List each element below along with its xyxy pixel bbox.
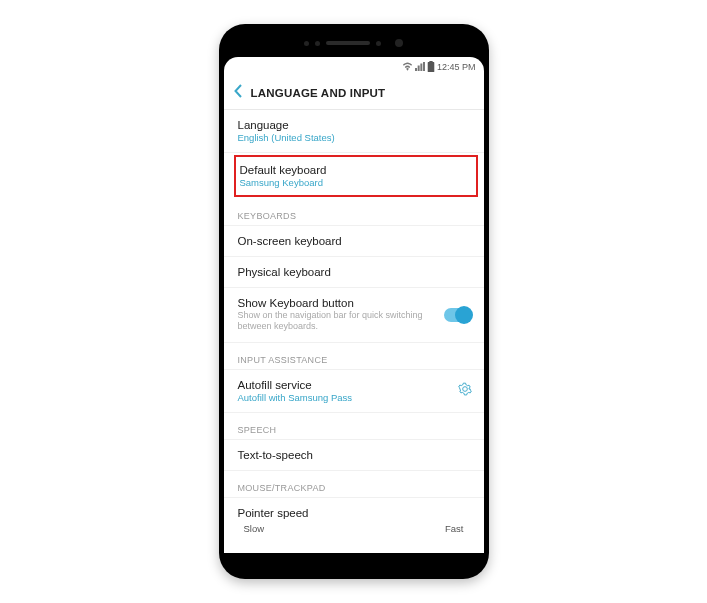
page-title: LANGUAGE AND INPUT	[251, 87, 386, 99]
row-show-keyboard-button[interactable]: Show Keyboard button Show on the navigat…	[224, 288, 484, 343]
row-autofill-service[interactable]: Autofill service Autofill with Samsung P…	[224, 370, 484, 413]
row-pointer-speed[interactable]: Pointer speed	[224, 498, 484, 521]
section-keyboards: KEYBOARDS	[224, 199, 484, 226]
signal-icon	[415, 62, 425, 71]
row-language[interactable]: Language English (United States)	[224, 110, 484, 153]
phone-frame: 12:45 PM LANGUAGE AND INPUT Language Eng…	[219, 24, 489, 579]
row-description: Show on the navigation bar for quick swi…	[238, 310, 436, 333]
header: LANGUAGE AND INPUT	[224, 76, 484, 110]
screen: 12:45 PM LANGUAGE AND INPUT Language Eng…	[224, 57, 484, 553]
pointer-speed-scale: Slow Fast	[224, 521, 484, 534]
section-speech: SPEECH	[224, 413, 484, 440]
label-slow: Slow	[244, 523, 265, 534]
wifi-icon	[402, 62, 413, 71]
row-title: Autofill service	[238, 379, 446, 391]
row-default-keyboard[interactable]: Default keyboard Samsung Keyboard	[234, 155, 478, 197]
status-bar: 12:45 PM	[224, 57, 484, 76]
row-title: Language	[238, 119, 470, 131]
chevron-left-icon	[234, 84, 243, 98]
row-title: Physical keyboard	[238, 266, 470, 278]
toggle-show-keyboard[interactable]	[444, 308, 472, 322]
row-title: Show Keyboard button	[238, 297, 436, 309]
row-title: Pointer speed	[238, 507, 470, 519]
section-input-assistance: INPUT ASSISTANCE	[224, 343, 484, 370]
row-subtitle: English (United States)	[238, 132, 470, 143]
row-title: Text-to-speech	[238, 449, 470, 461]
row-onscreen-keyboard[interactable]: On-screen keyboard	[224, 226, 484, 257]
row-title: Default keyboard	[240, 164, 466, 176]
row-physical-keyboard[interactable]: Physical keyboard	[224, 257, 484, 288]
settings-list[interactable]: Language English (United States) Default…	[224, 110, 484, 553]
section-mouse-trackpad: MOUSE/TRACKPAD	[224, 471, 484, 498]
status-time: 12:45 PM	[437, 62, 476, 72]
phone-bezel-top	[224, 29, 484, 57]
battery-icon	[427, 61, 435, 72]
gear-icon[interactable]	[458, 382, 472, 400]
row-subtitle: Samsung Keyboard	[240, 177, 466, 188]
label-fast: Fast	[445, 523, 463, 534]
row-title: On-screen keyboard	[238, 235, 470, 247]
back-button[interactable]	[234, 84, 251, 102]
phone-bezel-bottom	[224, 553, 484, 579]
row-subtitle: Autofill with Samsung Pass	[238, 392, 446, 403]
row-text-to-speech[interactable]: Text-to-speech	[224, 440, 484, 471]
